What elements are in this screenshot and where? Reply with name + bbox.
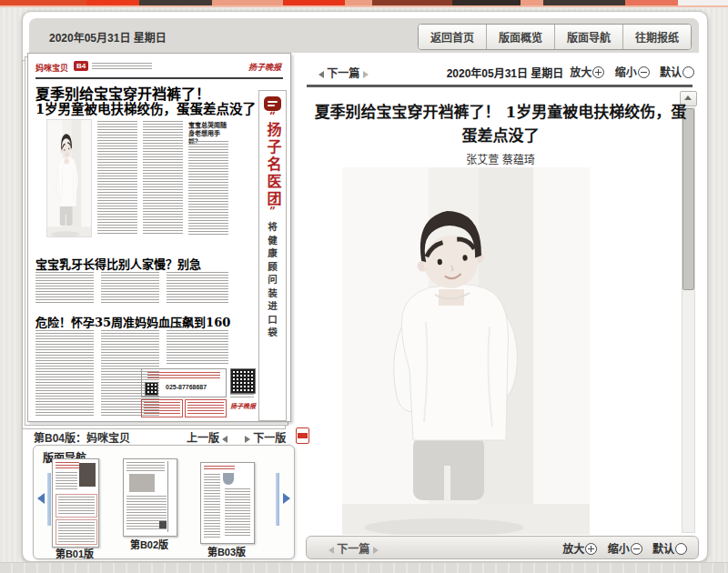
text-column bbox=[35, 330, 94, 416]
mingyituan-sidebar: “ 扬子名医团 ” 将健康顾问装进口袋 bbox=[258, 90, 287, 421]
prev-page-icon bbox=[222, 436, 228, 443]
next-article-icon[interactable] bbox=[363, 71, 369, 78]
past-issues-button[interactable]: 往期报纸 bbox=[622, 25, 691, 49]
banner-segment bbox=[625, 0, 678, 5]
section-name: 妈咪宝贝 bbox=[35, 62, 68, 74]
banner-segment bbox=[678, 0, 728, 5]
banner-segment bbox=[139, 0, 212, 5]
thumbnail-label-b03[interactable]: 第B03版 bbox=[193, 544, 260, 558]
masthead-rule bbox=[35, 77, 283, 79]
zoom-out-icon[interactable] bbox=[631, 543, 642, 555]
text-column bbox=[35, 272, 94, 305]
zoom-reset-label[interactable]: 默认 bbox=[652, 543, 674, 556]
next-page-link[interactable]: 下一版 bbox=[245, 429, 286, 445]
zoom-reset-button[interactable]: 默认 bbox=[660, 66, 694, 79]
child-photo-small bbox=[46, 119, 92, 237]
preview-headline-3: 危险！怀孕35周准妈妈血压飙到160 bbox=[35, 313, 230, 330]
paper-logo: 扬子晚报 bbox=[248, 61, 281, 73]
banner-segment bbox=[86, 0, 139, 5]
zoom-in-icon[interactable] bbox=[592, 66, 604, 78]
quote-close: ” bbox=[259, 208, 286, 217]
thumbnail-label-b02[interactable]: 第B02版 bbox=[116, 537, 183, 551]
thumb-detail bbox=[56, 494, 97, 518]
thumbnail-page-b01[interactable] bbox=[52, 458, 99, 548]
article-photo-child bbox=[342, 167, 590, 535]
preview-headline-2: 宝宝乳牙长得比别人家慢？别急 bbox=[35, 255, 201, 272]
pdf-icon[interactable] bbox=[296, 427, 309, 444]
zoom-out-button[interactable]: 缩小 bbox=[608, 543, 642, 556]
current-date: 2020年05月31日 星期日 bbox=[49, 29, 167, 45]
zoom-controls-bottom: 放大 缩小 默认 bbox=[555, 540, 687, 556]
prev-page-link[interactable]: 上一版 bbox=[187, 429, 228, 445]
page-overview-button[interactable]: 版面概览 bbox=[486, 25, 554, 49]
ad-red-box bbox=[185, 399, 227, 417]
newspaper-page-preview[interactable]: 妈咪宝贝 B4 扬子晚报 夏季别给宝宝穿开裆裤了！ 1岁男童被电扶梯绞伤，蛋蛋差… bbox=[27, 53, 291, 422]
thumb-detail bbox=[223, 473, 234, 485]
thumb-photo bbox=[129, 474, 155, 492]
zoom-reset-button[interactable]: 默认 bbox=[652, 543, 687, 556]
article-next-link-top[interactable]: 下一篇 bbox=[318, 65, 369, 80]
article-authors: 张艾萱 蔡蕴琦 bbox=[314, 151, 687, 166]
thumb-detail bbox=[56, 472, 77, 490]
footer-strip bbox=[0, 562, 728, 573]
article-divider-rule bbox=[307, 85, 693, 87]
ad-red-box bbox=[141, 399, 183, 417]
zoom-reset-label[interactable]: 默认 bbox=[660, 66, 682, 79]
text-column bbox=[101, 272, 159, 305]
next-article-label[interactable]: 下一篇 bbox=[327, 67, 359, 80]
article-title: 夏季别给宝宝穿开裆裤了！ 1岁男童被电扶梯绞伤，蛋蛋差点没了 bbox=[314, 100, 687, 148]
speech-bubble-icon bbox=[264, 96, 281, 111]
next-article-label[interactable]: 下一篇 bbox=[337, 543, 369, 556]
zoom-in-button[interactable]: 放大 bbox=[562, 543, 597, 556]
zoom-out-label[interactable]: 缩小 bbox=[608, 543, 630, 556]
navigator-strip bbox=[47, 473, 51, 526]
prev-article-icon[interactable] bbox=[329, 547, 334, 554]
zoom-out-button[interactable]: 缩小 bbox=[615, 66, 650, 79]
navigator-strip bbox=[276, 473, 279, 526]
banner-segment bbox=[521, 0, 543, 5]
sidebar-title: 扬子名医团 bbox=[262, 122, 284, 208]
thumbnail-label-b01[interactable]: 第B01版 bbox=[45, 546, 105, 560]
page: 2020年05月31日 星期日 返回首页 版面概览 版面导航 往期报纸 妈咪宝贝… bbox=[0, 0, 728, 573]
navigator-right-arrow-icon[interactable] bbox=[283, 493, 290, 504]
text-column bbox=[230, 394, 254, 399]
zoom-in-button[interactable]: 放大 bbox=[570, 66, 604, 79]
zoom-in-label[interactable]: 放大 bbox=[570, 66, 592, 79]
zoom-in-label[interactable]: 放大 bbox=[562, 543, 584, 556]
banner-segment bbox=[452, 0, 521, 5]
text-column bbox=[167, 272, 228, 305]
banner-segment bbox=[543, 0, 625, 5]
banner-segment bbox=[345, 0, 372, 5]
zoom-reset-icon[interactable] bbox=[682, 66, 694, 78]
page-navigation-button[interactable]: 版面导航 bbox=[554, 25, 622, 49]
thumbnail-page-b02[interactable] bbox=[123, 458, 177, 537]
ad-phone-number: 025-87768687 bbox=[166, 384, 207, 390]
current-page-label: 第B04版：妈咪宝贝 bbox=[34, 429, 130, 445]
home-button[interactable]: 返回首页 bbox=[419, 25, 486, 49]
zoom-out-icon[interactable] bbox=[638, 66, 650, 78]
next-article-icon[interactable] bbox=[373, 547, 379, 554]
paper-logo-small: 扬子晚报 bbox=[230, 401, 256, 410]
banner-segment bbox=[372, 0, 452, 5]
zoom-reset-icon[interactable] bbox=[675, 543, 687, 555]
next-page-label[interactable]: 下一版 bbox=[253, 432, 286, 445]
preview-headline-1-line2: 1岁男童被电扶梯绞伤，蛋蛋差点没了 bbox=[35, 98, 256, 117]
zoom-out-label[interactable]: 缩小 bbox=[615, 66, 637, 79]
thumb-detail bbox=[56, 462, 79, 469]
ad-text-lines bbox=[187, 402, 224, 415]
banner-segment bbox=[0, 0, 86, 5]
thumbnail-page-b03[interactable] bbox=[200, 462, 255, 544]
text-column bbox=[167, 330, 228, 365]
thumb-detail bbox=[204, 474, 220, 538]
navigator-left-arrow-icon[interactable] bbox=[37, 493, 45, 504]
scrollbar-track[interactable] bbox=[682, 107, 695, 533]
thumb-photo bbox=[79, 463, 96, 487]
prev-article-icon[interactable] bbox=[318, 71, 324, 78]
thumb-detail bbox=[159, 521, 167, 528]
prev-page-label[interactable]: 上一版 bbox=[187, 432, 219, 445]
article-next-link-bottom[interactable]: 下一篇 bbox=[329, 540, 379, 556]
zoom-in-icon[interactable] bbox=[585, 543, 597, 555]
thumb-detail bbox=[225, 488, 250, 538]
article-header: 夏季别给宝宝穿开裆裤了！ 1岁男童被电扶梯绞伤，蛋蛋差点没了 张艾萱 蔡蕴琦 bbox=[314, 100, 687, 166]
next-page-icon bbox=[245, 436, 250, 443]
